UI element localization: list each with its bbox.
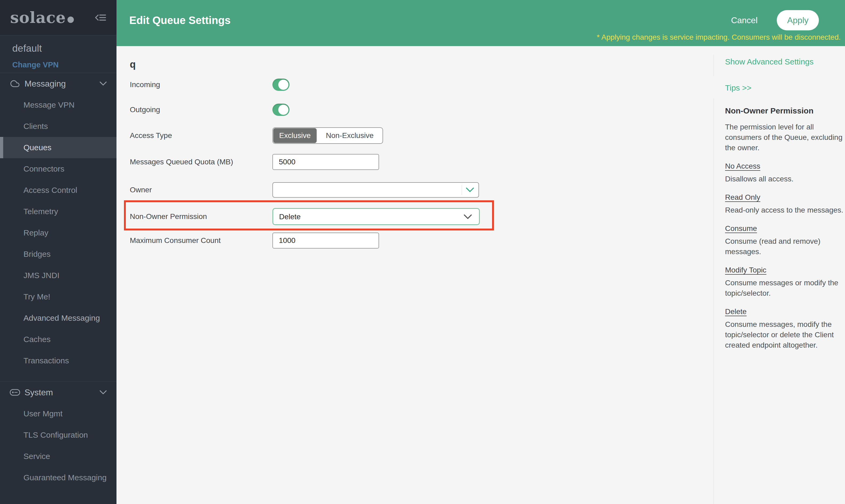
system-icon (10, 389, 20, 396)
access-type-segmented-control: ExclusiveNon-Exclusive (272, 127, 383, 144)
toggle-knob (278, 80, 288, 90)
sidebar-nav: MessagingMessage VPNClientsQueuesConnect… (0, 73, 117, 488)
logo-text: solace (10, 8, 66, 26)
max-consumer-count-label: Maximum Consumer Count (130, 237, 221, 244)
chevron-down-icon (466, 187, 474, 193)
sidebar-item-jms-jndi[interactable]: JMS JNDI (0, 265, 117, 286)
page-header: Edit Queue Settings Cancel Apply * Apply… (117, 0, 845, 46)
select-separator (462, 185, 462, 195)
tip-term-modify-topic: Modify Topic (725, 266, 844, 274)
sidebar-item-queues[interactable]: Queues (0, 137, 117, 158)
sidebar: solace default Change VPN MessagingMessa… (0, 0, 117, 504)
tip-term-read-only: Read Only (725, 194, 844, 201)
logo-band: solace (0, 0, 117, 35)
collapse-sidebar-icon[interactable] (95, 14, 106, 22)
tips-panel: Non-Owner Permission The permission leve… (725, 107, 844, 350)
access-type-option-non-exclusive[interactable]: Non-Exclusive (317, 128, 383, 143)
tip-term-no-access: No Access (725, 162, 844, 170)
outgoing-label: Outgoing (130, 106, 160, 113)
sidebar-item-replay[interactable]: Replay (0, 222, 117, 244)
quota-label: Messages Queued Quota (MB) (130, 158, 233, 166)
chevron-down-icon (100, 81, 107, 86)
sidebar-item-connectors[interactable]: Connectors (0, 158, 117, 180)
solace-logo: solace (10, 8, 74, 26)
owner-label: Owner (130, 186, 152, 194)
edit-queue-form: q Incoming Outgoing Access Type Exclusiv… (117, 46, 845, 504)
quota-input[interactable] (272, 154, 379, 170)
sidebar-section-label: System (24, 388, 53, 397)
sidebar-section-system[interactable]: System (0, 381, 117, 403)
sidebar-item-access-control[interactable]: Access Control (0, 180, 117, 201)
access-type-option-exclusive[interactable]: Exclusive (273, 128, 317, 143)
tips-link[interactable]: Tips >> (725, 84, 752, 92)
incoming-toggle[interactable] (272, 78, 289, 91)
show-advanced-settings-link[interactable]: Show Advanced Settings (725, 58, 813, 66)
sidebar-item-message-vpn[interactable]: Message VPN (0, 94, 117, 115)
apply-button[interactable]: Apply (777, 10, 819, 30)
sidebar-item-bridges[interactable]: Bridges (0, 244, 117, 265)
sidebar-item-try-me[interactable]: Try Me! (0, 286, 117, 307)
chevron-down-icon (100, 390, 107, 395)
sidebar-item-advanced-messaging[interactable]: Advanced Messaging (0, 307, 117, 329)
sidebar-section-label: Messaging (24, 79, 66, 89)
sidebar-item-clients[interactable]: Clients (0, 115, 117, 137)
panel-divider (714, 55, 714, 76)
incoming-label: Incoming (130, 81, 160, 88)
access-type-label: Access Type (130, 132, 172, 139)
outgoing-toggle[interactable] (272, 104, 289, 116)
tip-description: Consume messages, modify the topic/selec… (725, 319, 844, 350)
sidebar-section-messaging[interactable]: Messaging (0, 73, 117, 94)
chevron-down-icon (463, 214, 472, 219)
sidebar-item-user-mgmt[interactable]: User Mgmt (0, 403, 117, 424)
non-owner-permission-value: Delete (279, 213, 301, 220)
sidebar-item-transactions[interactable]: Transactions (0, 350, 117, 371)
toggle-knob (278, 105, 288, 115)
sidebar-item-guaranteed-messaging[interactable]: Guaranteed Messaging (0, 467, 117, 488)
tip-title: Non-Owner Permission (725, 107, 844, 115)
sidebar-item-service[interactable]: Service (0, 446, 117, 467)
tip-description: Read-only access to the messages. (725, 205, 844, 215)
vpn-block: default Change VPN (0, 35, 117, 73)
max-consumer-count-input[interactable] (272, 233, 379, 249)
sidebar-item-caches[interactable]: Caches (0, 329, 117, 350)
tip-description: Consume (read and remove) messages. (725, 236, 844, 257)
apply-warning-text: * Applying changes is service impacting.… (597, 34, 841, 41)
page-title: Edit Queue Settings (129, 15, 231, 25)
cloud-icon (10, 79, 20, 88)
non-owner-permission-select[interactable]: Delete (272, 208, 480, 225)
change-vpn-link[interactable]: Change VPN (12, 60, 59, 69)
tip-description: Disallows all access. (725, 174, 844, 184)
current-vpn-name: default (12, 43, 117, 54)
sidebar-item-telemetry[interactable]: Telemetry (0, 201, 117, 222)
tip-term-consume: Consume (725, 225, 844, 232)
tips-list: No AccessDisallows all access.Read OnlyR… (725, 162, 844, 350)
logo-dot-icon (67, 17, 74, 23)
panel-divider (714, 98, 714, 504)
non-owner-permission-label: Non-Owner Permission (130, 213, 207, 220)
owner-select[interactable] (272, 182, 479, 198)
tip-description: Consume messages or modify the topic/sel… (725, 277, 844, 298)
queue-name: q (130, 59, 136, 70)
cancel-button[interactable]: Cancel (731, 16, 758, 24)
sidebar-item-tls-configuration[interactable]: TLS Configuration (0, 424, 117, 446)
tip-intro: The permission level for all consumers o… (725, 122, 844, 153)
tip-term-delete: Delete (725, 308, 844, 316)
